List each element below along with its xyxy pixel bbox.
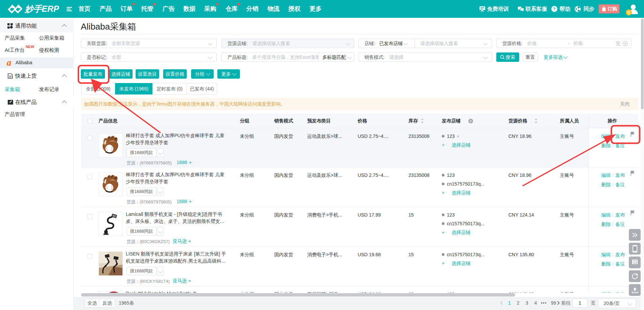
svg-text:?: ? — [553, 7, 556, 11]
svg-text:?: ? — [470, 119, 472, 123]
svg-text:?: ? — [634, 261, 636, 263]
svg-text:V: V — [628, 10, 631, 15]
